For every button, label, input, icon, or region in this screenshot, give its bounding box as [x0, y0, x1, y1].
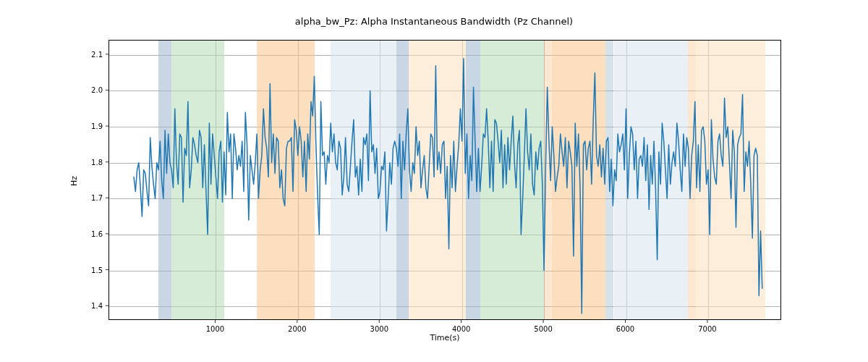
- y-tick-label: 1.4: [87, 302, 103, 310]
- x-tick-label: 2000: [288, 325, 306, 333]
- chart-title: alpha_bw_Pz: Alpha Instantaneous Bandwid…: [0, 16, 868, 27]
- y-tick-label: 2.0: [87, 86, 103, 94]
- x-tick-label: 7000: [698, 325, 716, 333]
- x-tick-label: 4000: [452, 325, 470, 333]
- data-line: [134, 59, 762, 313]
- x-tick-label: 6000: [616, 325, 634, 333]
- y-tick-label: 1.7: [87, 194, 103, 202]
- x-tick-label: 3000: [370, 325, 388, 333]
- y-tick-label: 1.9: [87, 122, 103, 130]
- x-tick-label: 1000: [206, 325, 224, 333]
- y-tick-label: 1.5: [87, 266, 103, 274]
- y-tick-label: 2.1: [87, 50, 103, 58]
- y-axis-label: Hz: [69, 176, 79, 186]
- x-tick-label: 5000: [534, 325, 552, 333]
- x-axis-label: Time(s): [430, 333, 459, 342]
- plot-area: [109, 40, 781, 320]
- y-tick-label: 1.8: [87, 158, 103, 166]
- line-series: [109, 41, 780, 319]
- y-tick-label: 1.6: [87, 230, 103, 237]
- figure: alpha_bw_Pz: Alpha Instantaneous Bandwid…: [0, 0, 868, 362]
